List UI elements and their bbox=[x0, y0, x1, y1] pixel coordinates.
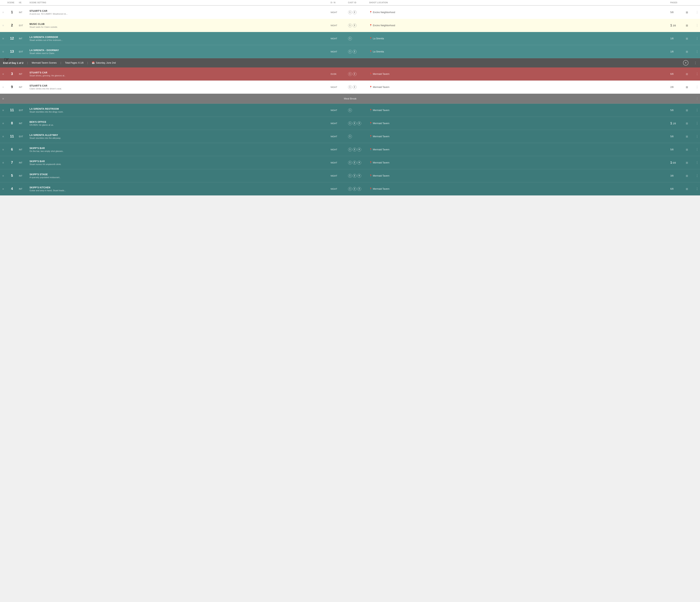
pages-cell: 1/8 bbox=[669, 50, 684, 53]
drag-handle[interactable]: ≡ bbox=[0, 161, 6, 164]
day-banner-scenes: Mermaid Tavern Scenes bbox=[32, 61, 57, 64]
more-button[interactable]: ⋮ bbox=[694, 36, 700, 40]
scene-number: 11 bbox=[6, 134, 18, 138]
scene-title: LA SIRENITA ALLEYWAY bbox=[29, 134, 328, 136]
table-row: ≡ 13 EXT LA SIRENITA - DOORWAY Stuart sl… bbox=[0, 45, 700, 58]
drag-handle[interactable]: ≡ bbox=[0, 85, 6, 89]
pages-fraction: 6/8 bbox=[673, 161, 676, 164]
ie-badge: INT bbox=[18, 188, 28, 190]
drag-handle[interactable]: ≡ bbox=[0, 148, 6, 151]
more-button[interactable]: ⋮ bbox=[694, 161, 700, 164]
more-button[interactable]: ⋮ bbox=[694, 122, 700, 125]
pin-icon: 📍 bbox=[369, 188, 372, 190]
day-banner-day-text: End of Day 1 of 2 bbox=[3, 61, 23, 64]
more-button[interactable]: ⋮ bbox=[694, 10, 700, 14]
cast-id: 4 bbox=[357, 161, 361, 165]
day-banner-more-button[interactable]: ⋮ bbox=[694, 61, 697, 65]
pin-icon: 📍 bbox=[369, 24, 372, 27]
cast-id: 2 bbox=[353, 85, 356, 89]
pages-cell: 1 6/8 bbox=[669, 161, 684, 164]
pages-cell: 3/8 bbox=[669, 175, 684, 177]
drag-handle[interactable]: ≡ bbox=[0, 122, 6, 125]
dn-badge: NIGHT bbox=[329, 51, 347, 53]
scene-number: 4 bbox=[6, 187, 18, 191]
scene-number: 5 bbox=[6, 174, 18, 178]
cast-id: 1 bbox=[348, 10, 352, 14]
scene-info: BEN'S OFFICE ON BEN: He glares at us. bbox=[28, 121, 329, 126]
drag-handle[interactable]: ≡ bbox=[0, 50, 6, 53]
more-button[interactable]: ⋮ bbox=[694, 97, 700, 100]
header-scene: SCENE bbox=[6, 2, 18, 4]
scene-info: STUART'S CAR Stuart drives, grinning. He… bbox=[28, 71, 329, 77]
location-cell: 📍 Encino Neighborhood bbox=[368, 11, 669, 14]
location-cell: 📍 Mermaid Tavern bbox=[368, 148, 669, 151]
drag-handle[interactable]: ≡ bbox=[0, 109, 6, 112]
table-row: ≡ 9 INT STUART'S CAR Claire climbs into … bbox=[0, 81, 700, 94]
location-name: Mermaid Tavern bbox=[373, 135, 390, 138]
storyboard-icon: ▦ bbox=[684, 187, 694, 190]
pin-icon: 📍 bbox=[369, 86, 372, 88]
scene-desc: A word-out, '93 CAMRY. Weathered int... bbox=[29, 13, 328, 15]
location-name: La Sirenita bbox=[373, 50, 384, 53]
table-row: ≡ 3 INT STUART'S CAR Stuart drives, grin… bbox=[0, 68, 700, 81]
cast-id: 4 bbox=[357, 174, 361, 178]
cast-id: 2 bbox=[353, 174, 356, 178]
drag-handle[interactable]: ≡ bbox=[0, 11, 6, 14]
more-button[interactable]: ⋮ bbox=[694, 50, 700, 53]
table-row: ≡ 12 INT LA SIRENITA CORRIDOR Stuart amb… bbox=[0, 32, 700, 45]
scene-table: SCENE I/E SCENE SETTING D / N CAST ID SH… bbox=[0, 0, 700, 195]
dn-badge: NIGHT bbox=[329, 161, 347, 164]
add-day-button[interactable]: + bbox=[683, 60, 689, 66]
more-button[interactable]: ⋮ bbox=[694, 174, 700, 178]
drag-handle[interactable]: ≡ bbox=[0, 24, 6, 27]
dn-badge: NIGHT bbox=[329, 37, 347, 40]
drag-handle[interactable]: ≡ bbox=[0, 37, 6, 40]
cast-id: 1 bbox=[348, 174, 352, 178]
drag-handle[interactable]: ≡ bbox=[0, 174, 6, 177]
drag-handle[interactable]: ≡ bbox=[0, 187, 6, 190]
cast-ids: 1 2 4 bbox=[347, 161, 368, 165]
ie-badge: INT bbox=[18, 73, 28, 75]
more-button[interactable]: ⋮ bbox=[694, 24, 700, 27]
drag-handle[interactable]: ≡ bbox=[0, 135, 6, 138]
cast-id: 2 bbox=[353, 50, 356, 54]
scene-number: 2 bbox=[6, 23, 18, 27]
more-button[interactable]: ⋮ bbox=[694, 85, 700, 89]
drag-handle[interactable]: ≡ bbox=[0, 97, 6, 100]
pin-icon: 📍 bbox=[369, 50, 372, 53]
cast-ids: 1 2 3 bbox=[347, 187, 368, 191]
cast-id: 1 bbox=[348, 24, 352, 27]
cast-ids: 1 2 bbox=[347, 10, 368, 14]
cast-id: 1 bbox=[348, 135, 352, 138]
table-row: ≡ 8 INT BEN'S OFFICE ON BEN: He glares a… bbox=[0, 117, 700, 130]
location-name: Mermaid Tavern bbox=[373, 109, 390, 112]
scene-desc: Stuart slides next to Claire. bbox=[29, 52, 328, 54]
location-cell: 📍 Mermaid Tavern bbox=[368, 109, 669, 112]
more-button[interactable]: ⋮ bbox=[694, 135, 700, 138]
cast-id: 2 bbox=[353, 122, 356, 125]
scene-title: SKIPP'S BAR bbox=[29, 160, 328, 163]
pin-icon: 📍 bbox=[369, 73, 372, 75]
pages-cell: 2/8 bbox=[669, 86, 684, 88]
pages-cell: 5/8 bbox=[669, 148, 684, 151]
more-button[interactable]: ⋮ bbox=[694, 148, 700, 151]
location-cell: 📍 Mermaid Tavern bbox=[368, 122, 669, 125]
pin-icon: 📍 bbox=[369, 109, 372, 112]
pin-icon: 📍 bbox=[369, 135, 372, 138]
location-cell: 📍 La Sirenita bbox=[368, 37, 669, 40]
drag-handle[interactable]: ≡ bbox=[0, 73, 6, 76]
cast-id: 1 bbox=[348, 36, 352, 41]
header-cast: CAST ID bbox=[347, 2, 368, 4]
location-cell: 📍 Mermaid Tavern bbox=[368, 161, 669, 164]
more-button[interactable]: ⋮ bbox=[694, 108, 700, 112]
dn-badge: NIGHT bbox=[329, 11, 347, 14]
cast-id: 3 bbox=[357, 187, 361, 191]
table-row: ≡ 5 INT SKIPP'S STAGE A sparsely populat… bbox=[0, 169, 700, 182]
scene-title: LA SIRENITA RESTROOM bbox=[29, 108, 328, 110]
cast-id: 2 bbox=[353, 72, 356, 76]
pages-fraction: 3/8 bbox=[673, 24, 676, 27]
more-button[interactable]: ⋮ bbox=[694, 187, 700, 191]
scene-desc: Stuart nurses hit umpteenth drink. bbox=[29, 163, 328, 165]
more-button[interactable]: ⋮ bbox=[694, 72, 700, 76]
scene-info: MUSIC CLUB Stuart waits for Claire outsi… bbox=[28, 23, 329, 28]
